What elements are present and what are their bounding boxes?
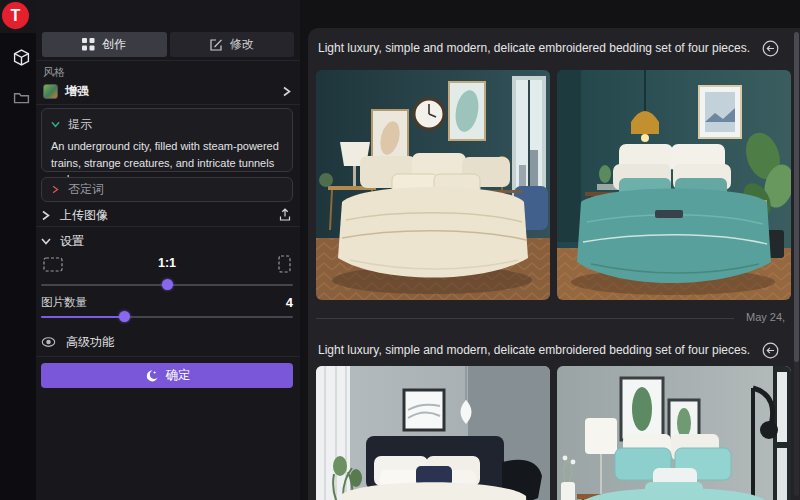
generated-image[interactable]: [316, 70, 550, 300]
confirm-label: 确定: [166, 367, 191, 384]
generation-prompt-text: Light luxury, simple and modern, delicat…: [318, 343, 750, 357]
gallery-area: Light luxury, simple and modern, delicat…: [308, 28, 800, 500]
date-label: May 24,: [746, 311, 785, 323]
upload-image-row[interactable]: 上传图像: [41, 205, 295, 225]
tab-create[interactable]: 创作: [42, 32, 167, 57]
divider: [36, 226, 300, 227]
confirm-button[interactable]: 确定: [41, 363, 293, 388]
generated-image[interactable]: [557, 70, 791, 300]
eye-icon: [41, 336, 56, 348]
advanced-features-row[interactable]: 高级功能: [41, 333, 295, 351]
cube-icon[interactable]: [13, 49, 30, 66]
tab-modify-label: 修改: [230, 36, 254, 53]
slider-fill: [41, 316, 124, 318]
chevron-right-icon: [282, 86, 292, 97]
slider-thumb[interactable]: [162, 279, 173, 290]
style-value: 增强: [65, 83, 275, 100]
chevron-right-icon: [41, 210, 51, 221]
generated-image-art: [316, 366, 550, 500]
scrollbar[interactable]: [794, 32, 799, 496]
style-label: 风格: [43, 65, 65, 80]
negative-prompt-box[interactable]: 否定词: [41, 177, 293, 202]
tab-modify[interactable]: 修改: [170, 32, 295, 57]
chevron-down-icon: [41, 237, 51, 246]
folder-icon[interactable]: [13, 89, 30, 106]
generated-image[interactable]: [316, 366, 550, 500]
reuse-prompt-icon[interactable]: [762, 40, 779, 57]
generated-image[interactable]: [557, 366, 791, 500]
logo-container: T: [0, 0, 36, 33]
divider: [36, 356, 300, 357]
style-section: 风格 增强: [36, 60, 300, 105]
reuse-prompt-icon[interactable]: [762, 342, 779, 359]
app-logo[interactable]: T: [2, 2, 29, 29]
chevron-down-icon: [51, 120, 60, 129]
settings-row[interactable]: 设置: [41, 232, 295, 250]
image-count-value: 4: [286, 295, 293, 310]
portrait-ratio-icon[interactable]: [278, 255, 291, 273]
chevron-right-icon: [51, 185, 60, 194]
edit-icon: [210, 38, 223, 51]
style-thumbnail: [43, 84, 58, 99]
image-row: [316, 366, 794, 500]
generated-image-art: [316, 70, 550, 300]
generated-image-art: [557, 70, 791, 300]
negative-header[interactable]: 否定词: [51, 181, 104, 198]
upload-icon[interactable]: [278, 208, 292, 222]
tab-create-label: 创作: [102, 36, 126, 53]
mode-tabs: 创作 修改: [42, 32, 294, 57]
prompt-box[interactable]: 提示 An underground city, filled with stea…: [41, 108, 293, 172]
prompt-header[interactable]: 提示: [51, 116, 283, 133]
aspect-ratio-control: 1:1: [41, 255, 293, 275]
style-selector[interactable]: 增强: [43, 81, 292, 101]
generation-prompt-row: Light luxury, simple and modern, delicat…: [318, 39, 779, 57]
advanced-label: 高级功能: [66, 334, 114, 351]
negative-label: 否定词: [68, 181, 104, 198]
image-count-slider[interactable]: [41, 311, 293, 322]
upload-label: 上传图像: [60, 207, 108, 224]
divider: [316, 318, 734, 319]
magic-moon-icon: [144, 369, 158, 383]
prompt-label: 提示: [68, 116, 92, 133]
date-divider-row: May 24,: [316, 311, 800, 325]
generation-prompt-row: Light luxury, simple and modern, delicat…: [318, 341, 779, 359]
generation-panel: 创作 修改 风格 增强: [36, 0, 300, 500]
image-count-label: 图片数量: [41, 295, 286, 310]
aspect-ratio-slider[interactable]: [41, 279, 293, 290]
settings-label: 设置: [60, 233, 84, 250]
slider-thumb[interactable]: [119, 311, 130, 322]
image-count-control: 图片数量 4: [41, 295, 293, 310]
generation-prompt-text: Light luxury, simple and modern, delicat…: [318, 41, 750, 55]
image-row: [316, 70, 794, 300]
app-window: T 创作 修改: [0, 0, 800, 500]
generated-image-art: [557, 366, 791, 500]
aspect-ratio-value: 1:1: [41, 256, 293, 270]
nav-rail: T: [0, 0, 36, 500]
scrollbar-thumb[interactable]: [794, 32, 799, 362]
grid-icon: [82, 38, 95, 51]
